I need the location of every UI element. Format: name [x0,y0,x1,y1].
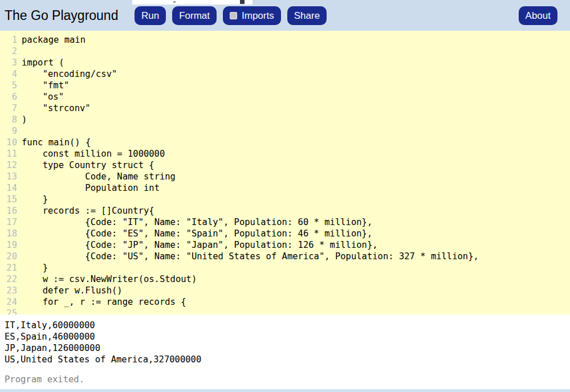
page-title: The Go Playground [0,8,135,23]
tooltip-artifact [132,0,253,5]
output-line: JP,Japan,126000000 [5,342,570,354]
imports-button-label: Imports [242,11,274,21]
program-exit-status: Program exited. [5,374,570,385]
code-line: 12 type Country struct { [0,160,570,171]
line-number: 10 [0,137,17,148]
line-number: 12 [0,160,17,171]
line-number: 2 [0,46,17,57]
code-text: package main [22,35,85,45]
line-number: 20 [0,251,17,262]
artifact-dot [173,1,176,3]
code-line: 8) [0,114,570,125]
run-button[interactable]: Run [135,6,166,25]
code-text: type Country struct { [22,160,154,170]
code-text: for _, r := range records { [22,297,186,307]
line-number: 5 [0,80,17,91]
code-text: {Code: "ES", Name: "Spain", Population: … [22,228,372,239]
line-number: 4 [0,68,17,80]
code-text: "encoding/csv" [22,69,117,79]
line-number: 9 [0,125,17,137]
code-text: import ( [22,58,64,68]
code-text: {Code: "US", Name: "United States of Ame… [22,251,479,262]
code-line: 18 {Code: "ES", Name: "Spain", Populatio… [0,228,570,239]
toolbar: Run Format Imports Share [135,6,327,25]
code-text: defer w.Flush() [22,285,123,296]
code-line: 19 {Code: "JP", Name: "Japan", Populatio… [0,239,570,251]
imports-button[interactable]: Imports [223,6,281,25]
code-line: 2 [0,46,570,57]
code-text: } [22,194,48,205]
code-line: 1package main [0,34,570,46]
editor-lines: 1package main23import (4 "encoding/csv"5… [0,34,570,315]
share-button[interactable]: Share [287,6,327,25]
line-number: 14 [0,182,17,194]
line-number: 11 [0,148,17,160]
line-number: 21 [0,262,17,273]
code-line: 5 "fmt" [0,80,570,91]
code-line: 11 const million = 1000000 [0,148,570,160]
output-line: IT,Italy,60000000 [5,320,570,331]
artifact-mark [240,0,245,4]
imports-checkbox[interactable] [230,12,237,19]
code-line: 6 "os" [0,91,570,103]
code-text: records := []Country{ [22,206,154,216]
line-number: 7 [0,103,17,114]
code-text: "fmt" [22,80,69,91]
code-line: 4 "encoding/csv" [0,68,570,80]
code-line: 21 } [0,262,570,273]
code-line: 10func main() { [0,137,570,148]
line-number: 17 [0,217,17,228]
line-number: 16 [0,205,17,217]
code-line: 16 records := []Country{ [0,205,570,217]
code-line: 13 Code, Name string [0,171,570,182]
line-number: 22 [0,273,17,285]
code-text: w := csv.NewWriter(os.Stdout) [22,274,197,284]
line-number: 13 [0,171,17,182]
code-line: 20 {Code: "US", Name: "United States of … [0,251,570,262]
code-line: 9 [0,125,570,137]
code-line: 3import ( [0,57,570,68]
output-panel: IT,Italy,60000000ES,Spain,46000000JP,Jap… [0,315,570,392]
code-line: 17 {Code: "IT", Name: "Italy", Populatio… [0,217,570,228]
code-text: const million = 1000000 [22,149,165,159]
code-line: 22 w := csv.NewWriter(os.Stdout) [0,273,570,285]
output-lines: IT,Italy,60000000ES,Spain,46000000JP,Jap… [5,320,570,365]
format-button[interactable]: Format [172,6,217,25]
code-text: Code, Name string [22,172,176,182]
line-number: 15 [0,194,17,205]
code-editor[interactable]: 1package main23import (4 "encoding/csv"5… [0,31,570,315]
header-banner: The Go Playground Run Format Imports Sha… [0,0,570,31]
code-text: "strconv" [22,103,91,113]
line-number: 25 [0,308,17,315]
output-line: US,United States of America,327000000 [5,354,570,365]
line-number: 23 [0,285,17,296]
code-text: Population int [22,183,160,193]
code-text: {Code: "IT", Name: "Italy", Population: … [22,217,372,227]
code-text: func main() { [22,137,91,148]
about-button[interactable]: About [519,6,557,25]
code-text: ) [22,115,27,125]
code-line: 14 Population int [0,182,570,194]
code-line: 23 defer w.Flush() [0,285,570,296]
line-number: 19 [0,239,17,251]
line-number: 1 [0,34,17,46]
code-line: 7 "strconv" [0,103,570,114]
code-text: "os" [22,92,64,102]
line-number: 3 [0,57,17,68]
code-line: 25 [0,308,570,315]
output-line: ES,Spain,46000000 [5,331,570,342]
code-line: 24 for _, r := range records { [0,296,570,308]
line-number: 8 [0,114,17,125]
code-text: {Code: "JP", Name: "Japan", Population: … [22,240,378,250]
footer-strip [0,389,570,392]
line-number: 24 [0,296,17,308]
code-line: 15 } [0,194,570,205]
line-number: 6 [0,91,17,103]
line-number: 18 [0,228,17,239]
code-text: } [22,263,48,273]
